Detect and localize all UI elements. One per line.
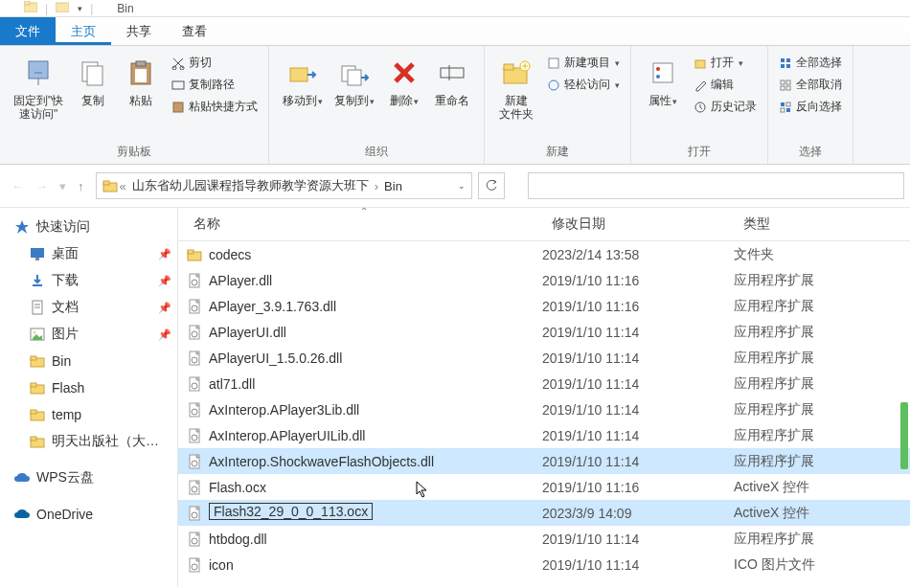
file-row[interactable]: AxInterop.ShockwaveFlashObjects.dll2019/… (178, 448, 910, 474)
new-item-icon (547, 57, 560, 70)
svg-rect-51 (31, 356, 36, 360)
file-row[interactable]: APlayer_3.9.1.763.dll2019/1/10 11:16应用程序… (178, 293, 910, 319)
crumb-parent[interactable]: 山东省幼儿园课程指导教师教学资源大班下 (128, 177, 373, 194)
copy-icon (80, 59, 106, 86)
file-icon (184, 506, 205, 521)
file-row[interactable]: AxInterop.APlayer3Lib.dll2019/1/10 11:14… (178, 396, 910, 422)
cut-button[interactable]: 剪切 (169, 54, 261, 72)
new-folder-button[interactable]: 新建 文件夹 (492, 50, 540, 125)
pin-to-quick-access-button[interactable]: 固定到"快速访问" (8, 50, 69, 125)
nav-publisher[interactable]: 明天出版社（大班上 (0, 428, 177, 455)
copy-button[interactable]: 复制 (69, 50, 117, 111)
crumb-current[interactable]: Bin (380, 179, 406, 193)
properties-button[interactable]: 属性▾ (639, 50, 687, 111)
checked-folder-icon (56, 1, 69, 15)
quick-access-toolbar: | ▾ | (24, 1, 93, 15)
pin-icon: 📌 (158, 248, 171, 260)
svg-rect-8 (135, 69, 147, 82)
paste-shortcut-button[interactable]: 粘贴快捷方式 (169, 98, 261, 116)
file-row[interactable]: Flash.ocx2019/1/10 11:16ActiveX 控件 (178, 474, 910, 500)
folder-icon (184, 248, 205, 261)
svg-rect-38 (786, 102, 790, 106)
open-group-label: 打开 (639, 142, 760, 162)
recent-locations[interactable]: ▾ (54, 175, 72, 197)
file-row[interactable]: AxInterop.APlayerUILib.dll2019/1/10 11:1… (178, 422, 910, 448)
file-type: 应用程序扩展 (734, 427, 910, 444)
addr-dropdown[interactable]: ⌄ (458, 181, 466, 191)
forward-button[interactable]: → (30, 175, 54, 197)
file-icon (184, 402, 205, 418)
tab-share[interactable]: 共享 (111, 17, 167, 45)
nav-documents[interactable]: 文档📌 (0, 294, 177, 321)
file-row[interactable]: APlayerUI.dll2019/1/10 11:14应用程序扩展 (178, 319, 910, 345)
pin-icon: 📌 (158, 302, 171, 314)
nav-pictures[interactable]: 图片📌 (0, 321, 177, 348)
column-header-modified[interactable]: 修改日期 (542, 215, 734, 233)
pin-icon: 📌 (158, 328, 171, 341)
column-header-name[interactable]: 名称 (178, 215, 542, 233)
invert-selection-button[interactable]: 反向选择 (776, 98, 845, 116)
crumb-sep[interactable]: « (118, 179, 128, 193)
nav-wps-cloud[interactable]: WPS云盘 (0, 464, 177, 491)
svg-point-49 (34, 331, 36, 334)
file-type: 应用程序扩展 (734, 375, 910, 393)
file-row[interactable]: htbdog.dll2019/1/10 11:14应用程序扩展 (178, 526, 910, 552)
svg-rect-29 (786, 58, 790, 62)
paste-shortcut-icon (171, 101, 185, 114)
file-row[interactable]: atl71.dll2019/1/10 11:14应用程序扩展 (178, 371, 910, 396)
svg-rect-34 (781, 86, 785, 90)
file-row[interactable]: icon2019/1/10 11:14ICO 图片文件 (178, 552, 910, 577)
delete-button[interactable]: 删除▾ (380, 50, 428, 111)
tab-file[interactable]: 文件 (0, 17, 56, 45)
svg-rect-57 (31, 437, 36, 441)
history-icon (694, 101, 707, 114)
column-header-type[interactable]: 类型 (734, 215, 910, 233)
up-button[interactable]: ↑ (72, 175, 90, 197)
file-icon (184, 325, 205, 340)
copy-to-button[interactable]: 复制到▾ (329, 50, 380, 111)
file-row[interactable]: codecs2023/2/14 13:58文件夹 (178, 241, 910, 267)
file-name: APlayer.dll (205, 273, 542, 288)
file-date: 2019/1/10 11:14 (542, 428, 734, 443)
nav-temp[interactable]: temp (0, 401, 177, 428)
file-name: Flash32_29_0_0_113.ocx (209, 503, 373, 520)
nav-flash[interactable]: Flash (0, 374, 177, 401)
file-row[interactable]: Flash32_29_0_0_113.ocx2023/3/9 14:09Acti… (178, 500, 910, 526)
file-date: 2019/1/10 11:16 (542, 480, 734, 495)
file-name: AxInterop.APlayer3Lib.dll (205, 402, 542, 418)
tab-home[interactable]: 主页 (56, 17, 111, 45)
select-all-button[interactable]: 全部选择 (776, 54, 845, 72)
easy-access-button[interactable]: 轻松访问▾ (544, 76, 623, 94)
search-input[interactable] (528, 172, 904, 199)
edit-button[interactable]: 编辑 (691, 76, 760, 94)
copy-path-button[interactable]: 复制路径 (169, 76, 261, 94)
crumb-sep[interactable]: › (373, 179, 380, 193)
rename-button[interactable]: 重命名 (428, 50, 476, 111)
back-button[interactable]: ← (6, 175, 30, 197)
column-headers: ⌃ 名称 修改日期 类型 (178, 208, 910, 241)
svg-rect-5 (87, 66, 102, 85)
nav-bin[interactable]: Bin (0, 348, 177, 374)
new-item-button[interactable]: 新建项目▾ (544, 54, 623, 72)
scrollbar-thumb[interactable] (900, 402, 908, 469)
history-button[interactable]: 历史记录 (691, 98, 760, 116)
file-icon (184, 531, 205, 547)
paste-button[interactable]: 粘贴 (117, 50, 165, 111)
svg-rect-15 (348, 70, 361, 85)
nav-onedrive[interactable]: OneDrive (0, 501, 177, 528)
documents-icon (29, 299, 46, 316)
qat-dropdown[interactable]: ▾ (78, 4, 82, 13)
select-none-button[interactable]: 全部取消 (776, 76, 845, 94)
file-row[interactable]: APlayer.dll2019/1/10 11:16应用程序扩展 (178, 267, 910, 293)
star-icon (13, 218, 31, 236)
move-to-button[interactable]: 移动到▾ (277, 50, 329, 111)
file-row[interactable]: APlayerUI_1.5.0.26.dll2019/1/10 11:14应用程… (178, 345, 910, 371)
nav-downloads[interactable]: 下载📌 (0, 267, 177, 294)
svg-rect-30 (781, 64, 785, 68)
address-bar[interactable]: « 山东省幼儿园课程指导教师教学资源大班下 › Bin ⌄ (96, 172, 472, 199)
refresh-button[interactable] (478, 172, 505, 199)
tab-view[interactable]: 查看 (167, 17, 222, 45)
open-button[interactable]: 打开▾ (691, 54, 760, 72)
nav-desktop[interactable]: 桌面📌 (0, 240, 177, 267)
nav-quick-access[interactable]: 快速访问 (0, 214, 177, 240)
